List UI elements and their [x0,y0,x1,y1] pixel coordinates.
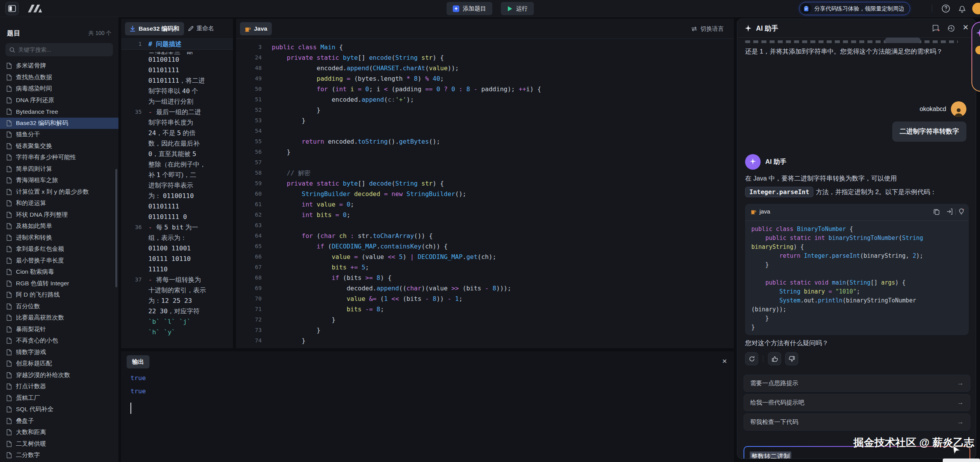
sidebar-item[interactable]: SQL 代码补全 [0,404,118,415]
document-icon [6,314,12,321]
token: if [317,243,328,250]
thumbs-down-button[interactable] [785,352,798,365]
rename-button[interactable]: 重命名 [188,25,214,32]
code-block-body[interactable]: public class BinaryToNumber { public sta… [745,221,969,335]
sidebar-item[interactable]: 不再贪心的小包 [0,335,118,347]
token: ) [403,253,410,261]
user-avatar[interactable] [951,101,966,117]
regenerate-button[interactable] [745,352,758,365]
sidebar-item[interactable]: Base32 编码和解码 [0,118,118,129]
sidebar-item-label: 青海湖租车之旅 [16,176,58,184]
copy-code-icon[interactable] [933,208,941,216]
token: 的倍 [181,129,196,136]
code-editor-content[interactable]: 3public class Main {24 private static by… [236,42,734,346]
search-input[interactable] [18,47,108,53]
suggestion-chip[interactable]: 需要一点思路提示→ [744,375,970,392]
sidebar-item[interactable]: 多米诺骨牌 [0,60,118,72]
problem-tab[interactable]: Base32 编码和 [125,22,184,35]
search-box[interactable] [5,43,113,56]
sidebar-item[interactable]: 蛋糕工厂 [0,393,118,404]
sidebar-item[interactable]: 病毒感染时间 [0,83,118,95]
code-line-text: encoded.append(CHARSET.charAt(value)); [272,63,459,73]
sidebar-item[interactable]: 最小替换子串长度 [0,255,118,267]
token: StringBuilder [407,190,455,198]
sidebar-item[interactable]: 和的逆运算 [0,198,118,209]
code-line-text: value = (value << 5) | DECODING_MAP.get(… [272,252,496,262]
floating-ai-widget[interactable] [971,22,980,92]
share-banner-button[interactable]: 分享代码练习体验，领限量定制周边 [799,2,910,15]
token: toCharArray [373,232,414,240]
sidebar-item[interactable]: Bytedance Tree [0,106,118,118]
sidebar-item[interactable]: 青海湖租车之旅 [0,175,118,186]
markdown-row: 为一组进行分割 [121,96,233,107]
sidebar-scrollbar[interactable] [115,169,117,287]
thumbs-up-button[interactable] [768,352,781,365]
ai-chat-input[interactable]: 整数转二进制 [744,446,970,459]
sidebar-item[interactable]: 计算位置 x 到 y 的最少步数 [0,186,118,198]
line-number: 61 [236,199,272,210]
sidebar-item[interactable]: 大数和距离 [0,427,118,438]
sidebar-item[interactable]: 简单四则计算 [0,163,118,175]
sidebar-item[interactable]: RGB 色值转 Integer [0,278,118,290]
language-tab[interactable]: Java [240,22,272,35]
sidebar-item[interactable]: DNA 序列还原 [0,95,118,106]
sidebar-item[interactable]: 打点计数器 [0,381,118,393]
output-tab[interactable]: 输出 [127,355,149,368]
token [272,190,302,198]
add-problem-button[interactable]: + 添加题目 [447,2,492,15]
sidebar-item[interactable]: 查找热点数据 [0,72,118,83]
sidebar-item[interactable]: 猜数字游戏 [0,347,118,358]
token: ，将二进 [179,77,205,84]
token: value [429,285,452,292]
code-line: 51 encoded.append(c:'+'); [236,94,734,105]
explain-code-bulb-icon[interactable] [958,208,966,216]
sidebar-item[interactable]: 链表聚集交换 [0,141,118,152]
token: int [302,201,317,208]
sidebar-item[interactable]: 穿越沙漠的补给次数 [0,370,118,381]
markdown-row: 二进制表示，即 [121,50,233,54]
suggestion-chip[interactable]: 给我一些代码提示吧→ [744,394,970,411]
new-chat-icon[interactable] [931,24,940,33]
app-logo[interactable] [26,3,43,16]
sticky-line[interactable]: 1# 问题描述 [121,39,233,50]
switch-language-button[interactable]: 切换语言 [691,25,724,33]
ai-message-text: 还是 1，并将其添加到字符串中。您觉得这个方法能满足您的需求吗？ [745,45,966,57]
token: )) { [433,243,448,250]
sidebar-item[interactable]: 及格如此简单 [0,221,118,232]
token: = [335,211,343,219]
close-ai-panel-icon[interactable]: ✕ [963,23,969,32]
insert-code-icon[interactable] [946,208,954,216]
sidebar-item[interactable]: 二分数字 [0,450,118,461]
sidebar-item[interactable]: 创意标题匹配 [0,358,118,370]
sidebar-item[interactable]: 百分位数 [0,301,118,313]
sidebar-item[interactable]: 暴雨梨花针 [0,324,118,335]
document-icon [6,97,12,104]
sidebar-item-label: 多米诺骨牌 [16,62,46,70]
line-number: 63 [236,220,272,231]
sidebar-item[interactable]: Cion 勒索病毒 [0,266,118,278]
sidebar-toggle-button[interactable] [5,2,19,15]
user-avatar[interactable] [972,3,980,14]
ai-code-line: System.out.println(binaryStringToNumber [751,296,963,305]
suggestion-chip[interactable]: 帮我检查一下代码→ [744,413,970,431]
sidebar-item[interactable]: 拿到最多红包金额 [0,243,118,255]
sidebar-item[interactable]: 叠盘子 [0,415,118,427]
sidebar-item[interactable]: 二叉树供暖 [0,438,118,450]
sidebar-item[interactable]: 字符串有多少种可能性 [0,152,118,163]
sidebar-item[interactable]: 进制求和转换 [0,232,118,244]
markdown-source-rows[interactable]: 二进制表示，即011001100110111101101111，将二进制字符串以… [121,50,233,337]
run-button[interactable]: 运行 [501,2,534,15]
sidebar-item[interactable]: 环状 DNA 序列整理 [0,209,118,221]
help-icon[interactable] [941,4,950,13]
line-number: 48 [236,63,272,73]
document-icon [6,269,12,275]
sidebar-item[interactable]: 比赛最高获胜次数 [0,312,118,324]
close-output-icon[interactable]: × [722,357,727,365]
sidebar-item[interactable]: 阿 D 的飞行路线 [0,289,118,301]
row-text: 22 30，对应字符 [148,306,233,316]
sidebar-item[interactable]: 猫鱼分干 [0,129,118,141]
notifications-bell-icon[interactable] [957,4,967,13]
history-icon[interactable] [947,24,956,33]
code-line: 52 } [236,105,734,115]
markdown-row: `h` `y` [121,327,233,337]
